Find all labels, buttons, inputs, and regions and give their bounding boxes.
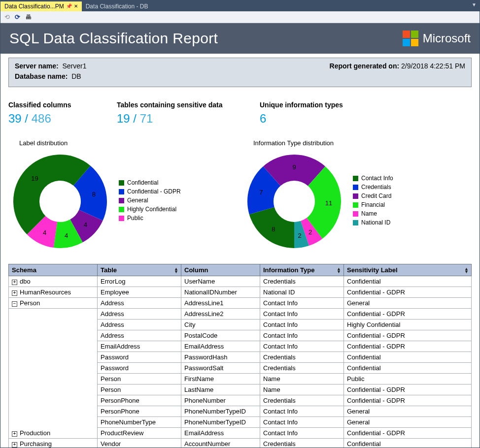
collapse-icon[interactable]: −	[12, 301, 17, 307]
cell-table: Person	[98, 374, 181, 384]
table-row: AddressAddressLine2Contact InfoConfident…	[9, 309, 472, 320]
cell-info: Contact Info	[260, 417, 344, 428]
cell-schema	[9, 320, 98, 330]
chevron-down-icon[interactable]: ▼	[472, 2, 477, 7]
toolbar: ⟲ ⟳ 🖶	[0, 11, 480, 23]
cell-schema	[9, 395, 98, 406]
gen-value: 2/9/2018 4:22:51 PM	[401, 62, 465, 70]
cell-table: Employee	[98, 287, 181, 298]
cell-info: Credentials	[260, 439, 344, 448]
legend-item: Confidential - GDPR	[119, 188, 181, 195]
col-column[interactable]: Column	[181, 264, 260, 276]
legend-item: Name	[353, 210, 393, 217]
cell-info: Name	[260, 384, 344, 395]
cell-table: ErrorLog	[98, 276, 181, 287]
cell-info: National ID	[260, 287, 344, 298]
cell-table: PhoneNumberType	[98, 417, 181, 428]
microsoft-logo-icon	[403, 31, 418, 46]
col-schema[interactable]: Schema	[9, 264, 98, 276]
legend-swatch	[353, 211, 358, 217]
cell-column: AccountNumber	[181, 439, 260, 448]
cell-sens: Confidential - GDPR	[344, 341, 472, 352]
table-row: +dboErrorLogUserNameCredentialsConfident…	[9, 276, 472, 287]
cell-schema	[9, 384, 98, 395]
report-header: SQL Data Classification Report Microsoft	[0, 23, 480, 54]
cell-schema	[9, 374, 98, 384]
table-row: PhoneNumberTypePhoneNumberTypeIDContact …	[9, 417, 472, 428]
legend-swatch	[119, 180, 124, 186]
cell-sens: Public	[344, 374, 472, 384]
legend-item: National ID	[353, 219, 393, 226]
cell-column: City	[181, 320, 260, 330]
col-info-type[interactable]: Information Type ▲▼	[260, 264, 344, 276]
cell-schema: +HumanResources	[9, 287, 98, 298]
legend-label: Confidential	[127, 179, 158, 186]
pin-icon[interactable]: 📌	[66, 1, 72, 11]
legend: ConfidentialConfidential - GDPRGeneralHi…	[119, 179, 181, 224]
table-row: PasswordPasswordHashCredentialsConfident…	[9, 352, 472, 363]
sort-icon[interactable]: ▲▼	[174, 267, 178, 273]
legend-label: General	[127, 197, 148, 204]
cell-table: Password	[98, 352, 181, 363]
legend-item: Credentials	[353, 184, 393, 191]
expand-icon[interactable]: +	[12, 442, 17, 448]
expand-icon[interactable]: +	[12, 290, 17, 296]
sort-icon[interactable]: ▲▼	[337, 267, 341, 273]
expand-icon[interactable]: +	[12, 431, 17, 437]
tab-strip: Data Classificatio...PM 📌 ✕ Data Classif…	[0, 0, 480, 11]
cell-column: AddressLine2	[181, 309, 260, 320]
stat-tables: Tables containing sensitive data 19 / 71	[117, 101, 240, 126]
sort-icon[interactable]: ▲▼	[464, 267, 469, 273]
cell-sens: Confidential	[344, 439, 472, 448]
cell-sens: Confidential - GDPR	[344, 309, 472, 320]
legend-label: Public	[127, 215, 143, 222]
tab-inactive[interactable]: Data Classification - DB	[82, 1, 152, 11]
col-sensitivity[interactable]: Sensitivity Label ▲▼	[344, 264, 472, 276]
cell-column: PasswordHash	[181, 352, 260, 363]
table-row: EmailAddressEmailAddressContact InfoConf…	[9, 341, 472, 352]
cell-table: Password	[98, 363, 181, 374]
cell-info: Credentials	[260, 276, 344, 287]
cell-table: Address	[98, 320, 181, 330]
brand-logo: Microsoft	[403, 31, 471, 46]
cell-column: NationalIDNumber	[181, 287, 260, 298]
cell-sens: General	[344, 298, 472, 309]
page-title: SQL Data Classification Report	[9, 30, 218, 47]
table-row: PersonFirstNameNamePublic	[9, 374, 472, 384]
table-row: AddressPostalCodeContact InfoConfidentia…	[9, 330, 472, 341]
expand-icon[interactable]: +	[12, 280, 17, 285]
legend-swatch	[119, 216, 124, 221]
cell-sens: Confidential - GDPR	[344, 287, 472, 298]
cell-info: Contact Info	[260, 320, 344, 330]
cell-info: Credentials	[260, 352, 344, 363]
cell-schema	[9, 309, 98, 320]
stat-label: Unique information types	[260, 101, 348, 109]
col-table[interactable]: Table ▲▼	[98, 264, 181, 276]
cell-info: Contact Info	[260, 406, 344, 417]
tab-label: Data Classification - DB	[86, 1, 148, 11]
cell-column: PhoneNumberTypeID	[181, 417, 260, 428]
legend-swatch	[119, 198, 124, 203]
legend-item: General	[119, 197, 181, 204]
legend-label: Credit Card	[361, 192, 391, 199]
legend-swatch	[353, 185, 358, 190]
back-icon[interactable]: ⟲	[4, 13, 10, 21]
stat-value: 6	[260, 112, 348, 126]
stat-classified: Classified columns 39 / 486	[8, 101, 97, 126]
cell-sens: Confidential	[344, 363, 472, 374]
meta-box: Server name: Server1 Database name: DB R…	[8, 58, 472, 87]
cell-table: Vendor	[98, 439, 181, 448]
stat-label: Classified columns	[8, 101, 97, 109]
print-icon[interactable]: 🖶	[25, 13, 32, 21]
cell-table: Address	[98, 309, 181, 320]
cell-table: Address	[98, 298, 181, 309]
cell-table: Person	[98, 384, 181, 395]
cell-info: Contact Info	[260, 309, 344, 320]
legend-swatch	[353, 193, 358, 199]
cell-table: PersonPhone	[98, 406, 181, 417]
close-icon[interactable]: ✕	[74, 1, 78, 11]
tab-active[interactable]: Data Classificatio...PM 📌 ✕	[0, 1, 82, 11]
cell-sens: Confidential - GDPR	[344, 428, 472, 439]
cell-schema	[9, 406, 98, 417]
refresh-icon[interactable]: ⟳	[15, 13, 20, 21]
